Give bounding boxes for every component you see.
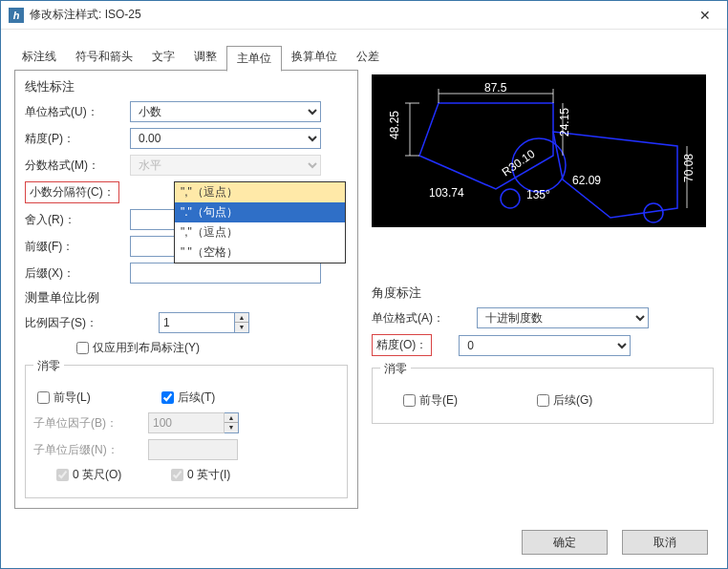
fraction-select: 水平 [130,155,321,176]
unit-format-select[interactable]: 小数 [130,101,321,122]
fraction-label: 分数格式(M)： [25,158,130,174]
cancel-button[interactable]: 取消 [622,530,708,555]
unit-format-label: 单位格式(U)： [25,104,130,120]
dd-item-1[interactable]: "."（句点） [175,202,345,222]
scale-factor-spinner[interactable]: ▲▼ [235,312,249,333]
precision-select[interactable]: 0.00 [130,128,321,149]
window-title: 修改标注样式: ISO-25 [30,7,691,23]
svg-text:48.25: 48.25 [388,111,401,139]
layout-only-check[interactable]: 仅应用到布局标注(Y) [73,339,200,357]
footer: 确定 取消 [510,530,708,555]
suffix-input[interactable] [130,263,321,284]
linear-title: 线性标注 [25,78,348,95]
precision-label: 精度(P)： [25,131,130,147]
decimal-sep-dropdown[interactable]: ","（逗点） "."（句点） ","（逗点） " "（空格） [174,181,346,263]
svg-text:135°: 135° [526,188,550,201]
tab-alt-units[interactable]: 换算单位 [282,45,347,71]
feet-check: 0 英尺(O) [53,466,167,484]
ok-button[interactable]: 确定 [522,530,608,555]
sub-factor-input [148,412,225,433]
round-label: 舍入(R)： [25,212,130,228]
sub-factor-label: 子单位因子(B)： [33,415,148,432]
tab-tolerances[interactable]: 公差 [347,45,389,71]
dd-item-3[interactable]: " "（空格） [175,242,345,263]
right-panel: 87.5 48.25 24.15 70.08 103.74 R30.10 135… [358,71,714,509]
app-icon: h [9,8,24,23]
close-icon[interactable]: ✕ [691,8,719,23]
tab-primary-units[interactable]: 主单位 [226,46,282,72]
preview-pane: 87.5 48.25 24.15 70.08 103.74 R30.10 135… [372,74,706,227]
titlebar: h 修改标注样式: ISO-25 ✕ [1,1,727,30]
tab-text[interactable]: 文字 [142,45,184,71]
dd-item-0[interactable]: ","（逗点） [175,182,345,202]
zero-left-title: 消零 [33,358,64,374]
zero-angle-group: 消零 前导(E) 后续(G) [372,368,714,424]
sub-suffix-label: 子单位后缀(N)： [33,442,148,458]
angle-precision-label: 精度(O)： [372,334,432,356]
angle-leading-check[interactable]: 前导(E) [399,391,533,410]
svg-text:103.74: 103.74 [429,186,464,200]
tab-dimlines[interactable]: 标注线 [12,45,66,71]
trailing-check[interactable]: 后续(T) [158,389,215,407]
svg-point-1 [501,189,520,208]
sub-factor-spinner: ▲▼ [225,412,239,433]
decimal-sep-label: 小数分隔符(C)： [25,181,119,203]
scale-title: 测量单位比例 [25,289,348,306]
prefix-label: 前缀(F)： [25,239,130,255]
dd-item-2[interactable]: ","（逗点） [175,222,345,242]
tab-symbols[interactable]: 符号和箭头 [66,45,142,71]
scale-factor-label: 比例因子(S)： [25,315,159,331]
tab-fit[interactable]: 调整 [184,45,226,71]
sub-suffix-input [148,439,238,460]
left-panel: 线性标注 单位格式(U)： 小数 精度(P)： 0.00 分数格式(M)： 水平… [14,70,358,509]
suffix-label: 后缀(X)： [25,265,130,282]
angle-trailing-check[interactable]: 后续(G) [533,391,592,410]
svg-text:R30.10: R30.10 [500,147,538,179]
svg-text:87.5: 87.5 [484,81,507,95]
svg-text:70.08: 70.08 [682,154,696,182]
angle-unit-select[interactable]: 十进制度数 [477,307,649,328]
zero-angle-title: 消零 [380,361,411,377]
inch-check: 0 英寸(I) [167,466,230,484]
scale-factor-input[interactable] [159,312,235,333]
tab-strip: 标注线 符号和箭头 文字 调整 主单位 换算单位 公差 [1,30,727,71]
zero-left-group: 消零 前导(L) 后续(T) 子单位因子(B)： ▲▼ 子单位后缀(N)： 0 … [25,365,348,498]
angle-precision-select[interactable]: 0 [459,335,631,356]
svg-text:24.15: 24.15 [558,108,571,137]
angle-title: 角度标注 [372,284,714,302]
leading-check[interactable]: 前导(L) [33,389,158,407]
svg-text:62.09: 62.09 [572,174,601,187]
angle-unit-label: 单位格式(A)： [372,310,477,327]
